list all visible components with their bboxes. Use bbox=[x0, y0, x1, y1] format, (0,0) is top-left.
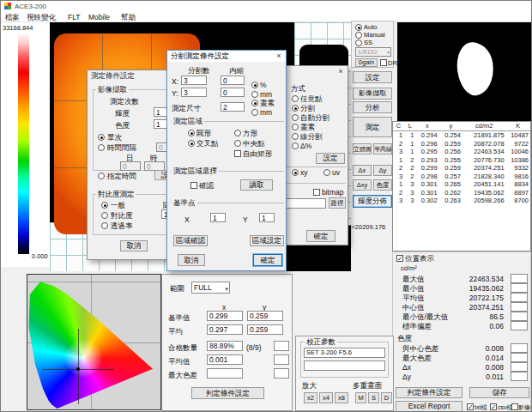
menu-item-flt[interactable]: FLT bbox=[68, 13, 80, 21]
inset-mm-radio[interactable] bbox=[251, 91, 258, 98]
method-any-radio[interactable] bbox=[292, 95, 299, 102]
trans-radio[interactable] bbox=[101, 222, 108, 229]
save-button[interactable]: 儲存 bbox=[469, 387, 529, 398]
method-split-radio[interactable] bbox=[292, 105, 299, 112]
avg-y-field[interactable]: 0.259 bbox=[247, 324, 283, 335]
analyze-button[interactable]: 分析 bbox=[353, 101, 392, 113]
zoom-x8-button[interactable]: x8 bbox=[335, 392, 348, 403]
table-row[interactable]: 320.2980.25721828.3409816 bbox=[393, 173, 530, 181]
measure-button[interactable]: 測定 bbox=[353, 117, 392, 137]
freerect-checkbox[interactable] bbox=[234, 150, 241, 157]
ref-x-field[interactable]: 0.299 bbox=[207, 311, 243, 321]
excel-report-button[interactable]: Excel Report bbox=[396, 401, 462, 412]
spot-viewport[interactable] bbox=[397, 22, 532, 121]
judge-box bbox=[511, 293, 528, 302]
stereo-button[interactable]: 立體圖 bbox=[353, 143, 372, 154]
avg-x-field[interactable]: 0.297 bbox=[207, 324, 243, 335]
multi-s-button[interactable]: S bbox=[368, 392, 379, 403]
ss-radio[interactable] bbox=[355, 39, 362, 46]
circle-radio[interactable] bbox=[188, 130, 195, 136]
close-icon[interactable]: × bbox=[336, 67, 346, 76]
multi-m-button[interactable]: M bbox=[355, 392, 366, 403]
x-div-field[interactable]: 3 bbox=[181, 76, 207, 85]
judge-settings-button[interactable]: 判定條件設定 bbox=[396, 387, 462, 398]
bitmap-checkbox[interactable] bbox=[313, 189, 320, 196]
menu-item-transform[interactable]: 視映變化 bbox=[27, 13, 56, 21]
area-set-button[interactable]: 區域設定 bbox=[250, 235, 284, 246]
contour-button[interactable]: 等高線 bbox=[373, 143, 392, 154]
split-cancel-button[interactable]: 取消 bbox=[178, 254, 205, 266]
center-radio[interactable] bbox=[234, 140, 241, 147]
cross-radio[interactable] bbox=[188, 140, 195, 147]
single-radio[interactable] bbox=[98, 134, 105, 141]
lum-dist-button[interactable]: 輝度分佈 bbox=[353, 195, 392, 208]
size-field[interactable]: 2 bbox=[221, 102, 245, 112]
normal-radio[interactable] bbox=[101, 202, 108, 209]
table-row[interactable]: 330.3020.26320598.2668700 bbox=[393, 197, 530, 205]
menu-item-file[interactable]: 檔案 bbox=[5, 13, 20, 21]
contrast-radio[interactable] bbox=[101, 212, 108, 219]
set-button[interactable]: 設定 bbox=[353, 71, 392, 83]
path-button[interactable]: 路徑 bbox=[329, 197, 346, 209]
size-mm-radio[interactable] bbox=[251, 109, 258, 116]
txt-checkbox[interactable]: ✓ bbox=[467, 403, 474, 410]
csv-checkbox[interactable]: ✓ bbox=[490, 403, 497, 410]
shutter-select[interactable]: 1/8192 ▾ bbox=[355, 47, 391, 57]
chroma-map-button[interactable]: 色度 bbox=[373, 179, 392, 191]
coord-xy-radio[interactable] bbox=[292, 169, 299, 176]
interval-radio[interactable] bbox=[98, 144, 105, 151]
area-confirm-button[interactable]: 區域確認 bbox=[173, 235, 208, 246]
range-select[interactable]: FULL ▾ bbox=[191, 282, 230, 294]
table-row[interactable]: 210.2960.25920872.0789722 bbox=[393, 140, 530, 148]
delta-y-button[interactable]: Δy bbox=[373, 165, 392, 176]
spec-time-radio[interactable] bbox=[98, 173, 105, 179]
image-file-checkbox[interactable] bbox=[511, 403, 518, 410]
method-set-button[interactable]: 設定 bbox=[316, 153, 345, 164]
range-judge-settings-button[interactable]: 判定條件設定 bbox=[191, 387, 264, 399]
close-icon[interactable]: × bbox=[274, 52, 284, 61]
zoom-x2-button[interactable]: x2 bbox=[304, 392, 317, 403]
coord-uv-radio[interactable] bbox=[323, 169, 330, 176]
gain-button[interactable]: 0gain bbox=[355, 58, 378, 67]
load-button[interactable]: 讀取 bbox=[240, 179, 273, 191]
table-row[interactable]: 110.2940.25421891.87510487 bbox=[393, 131, 530, 140]
cie-diagram-panel[interactable] bbox=[27, 274, 161, 410]
auto-radio[interactable] bbox=[355, 24, 362, 31]
y-inset-field[interactable]: 0 bbox=[221, 88, 245, 97]
delta-x-button[interactable]: Δx bbox=[353, 165, 372, 176]
table-row[interactable]: 310.2950.25622463.53410046 bbox=[393, 148, 530, 156]
split-dialog[interactable]: 分割測定條件設定 × 分割數 內縮 X: 3 0 Y: 3 0 % mm 測定尺… bbox=[166, 50, 287, 271]
split-dialog-title[interactable]: 分割測定條件設定 bbox=[167, 51, 286, 62]
multi-d-button[interactable]: D bbox=[381, 392, 392, 403]
method-line-radio[interactable] bbox=[292, 133, 299, 140]
capture-button[interactable]: 影像擷取 bbox=[353, 88, 392, 100]
square-radio[interactable] bbox=[234, 130, 241, 136]
method-split-label: 分割 bbox=[300, 104, 315, 112]
table-row[interactable]: 120.2930.25520776.73010386 bbox=[393, 156, 530, 165]
dr-checkbox[interactable] bbox=[380, 59, 387, 66]
method-autosplit-radio[interactable] bbox=[292, 114, 299, 121]
cond-cancel-button[interactable]: 取消 bbox=[120, 240, 148, 251]
method-pixel-radio[interactable] bbox=[292, 124, 299, 130]
position-display-checkbox[interactable]: ✓ bbox=[396, 255, 403, 262]
base-y-field[interactable]: 1 bbox=[259, 213, 275, 222]
manual-radio[interactable] bbox=[355, 32, 362, 39]
y-div-field[interactable]: 3 bbox=[181, 88, 207, 97]
table-row[interactable]: 230.3010.26219435.0628897 bbox=[393, 189, 530, 197]
split-ok-button[interactable]: 確定 bbox=[253, 254, 282, 266]
delta-xy-button[interactable]: Δxy bbox=[353, 179, 372, 191]
menu-item-mobile[interactable]: Mobile bbox=[88, 13, 110, 21]
ref-y-field[interactable]: 0.259 bbox=[247, 311, 283, 321]
table-row[interactable]: 130.3010.26520451.1418834 bbox=[393, 180, 530, 189]
zoom-x4-button[interactable]: x4 bbox=[319, 392, 333, 403]
judge-box bbox=[274, 341, 289, 351]
confirm-checkbox[interactable] bbox=[190, 182, 197, 189]
method-ok-button[interactable]: 確定 bbox=[306, 230, 336, 242]
table-row[interactable]: 220.2990.25920374.2519332 bbox=[393, 164, 530, 173]
method-delta-radio[interactable] bbox=[292, 142, 299, 149]
x-inset-field[interactable]: 0 bbox=[221, 76, 245, 85]
size-pixel-radio[interactable] bbox=[251, 100, 258, 106]
base-x-field[interactable]: 1 bbox=[210, 213, 226, 222]
menu-item-help[interactable]: 幫助 bbox=[121, 13, 136, 21]
inset-pct-radio[interactable] bbox=[251, 82, 258, 88]
